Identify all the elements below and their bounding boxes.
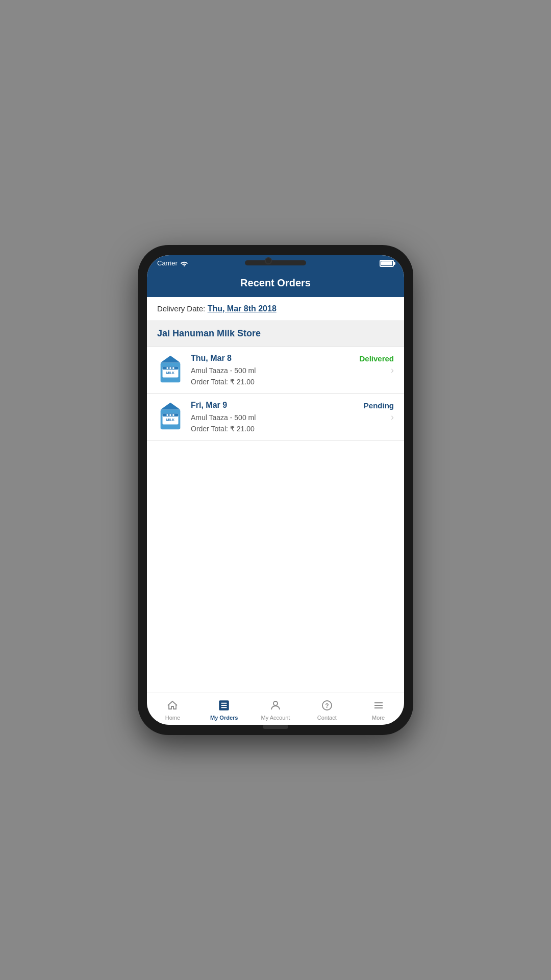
order-total: Order Total: ₹ 21.00 xyxy=(191,378,394,386)
delivery-date-bar: Delivery Date: Thu, Mar 8th 2018 xyxy=(147,297,404,321)
battery-icon xyxy=(380,260,394,267)
account-icon xyxy=(268,698,283,713)
svg-point-6 xyxy=(166,367,168,369)
order-header-row: Thu, Mar 8 Delivered xyxy=(191,354,394,363)
milk-carton-icon: MILK xyxy=(157,354,184,384)
svg-marker-10 xyxy=(161,403,181,410)
delivery-date-value[interactable]: Thu, Mar 8th 2018 xyxy=(208,304,277,313)
nav-item-my-orders[interactable]: My Orders xyxy=(198,693,250,725)
chevron-right-icon: › xyxy=(391,365,394,376)
nav-label-contact: Contact xyxy=(317,715,337,721)
nav-label-my-orders: My Orders xyxy=(210,715,238,721)
phone-home-button[interactable] xyxy=(263,725,288,729)
phone-screen: Carrier 9:13 PM Recent Orders Delivery D… xyxy=(147,255,404,725)
orders-icon xyxy=(217,698,231,713)
phone-speaker xyxy=(245,260,306,265)
carrier-info: Carrier xyxy=(157,259,188,267)
home-icon xyxy=(165,698,180,713)
nav-item-my-account[interactable]: My Account xyxy=(250,693,302,725)
svg-point-0 xyxy=(184,265,185,266)
order-product-row[interactable]: Amul Taaza - 500 ml › xyxy=(191,412,394,423)
svg-point-8 xyxy=(172,367,174,369)
nav-label-my-account: My Account xyxy=(261,715,290,721)
svg-marker-2 xyxy=(161,356,181,363)
page-title: Recent Orders xyxy=(240,277,311,288)
wifi-icon xyxy=(180,260,188,266)
svg-text:?: ? xyxy=(325,702,329,709)
contact-icon: ? xyxy=(320,698,334,713)
bottom-nav: Home My Orders xyxy=(147,693,404,725)
order-status-pending: Pending xyxy=(364,401,394,410)
svg-point-16 xyxy=(172,414,174,416)
nav-label-home: Home xyxy=(165,715,180,721)
phone-camera xyxy=(265,257,272,264)
chevron-right-icon: › xyxy=(391,412,394,423)
order-header-row: Fri, Mar 9 Pending xyxy=(191,401,394,410)
nav-item-contact[interactable]: ? Contact xyxy=(301,693,353,725)
order-total: Order Total: ₹ 21.00 xyxy=(191,425,394,433)
more-icon xyxy=(371,698,386,713)
nav-item-more[interactable]: More xyxy=(353,693,404,725)
nav-item-home[interactable]: Home xyxy=(147,693,198,725)
phone-frame: Carrier 9:13 PM Recent Orders Delivery D… xyxy=(138,245,413,735)
svg-point-15 xyxy=(169,414,171,416)
carrier-label: Carrier xyxy=(157,259,178,267)
order-details: Fri, Mar 9 Pending Amul Taaza - 500 ml ›… xyxy=(191,401,394,433)
main-content: Delivery Date: Thu, Mar 8th 2018 Jai Han… xyxy=(147,297,404,693)
order-item[interactable]: MILK Fri, Mar 9 Pending Amul Taaza - 500… xyxy=(147,394,404,440)
svg-point-21 xyxy=(273,701,278,705)
store-name-bar: Jai Hanuman Milk Store xyxy=(147,321,404,347)
order-date: Thu, Mar 8 xyxy=(191,354,232,363)
svg-text:MILK: MILK xyxy=(166,418,175,422)
svg-point-7 xyxy=(169,367,171,369)
order-product-name: Amul Taaza - 500 ml xyxy=(191,366,256,375)
app-header: Recent Orders xyxy=(147,271,404,297)
order-product-name: Amul Taaza - 500 ml xyxy=(191,413,256,422)
delivery-date-label: Delivery Date: xyxy=(157,304,205,313)
order-date: Fri, Mar 9 xyxy=(191,401,227,410)
svg-text:MILK: MILK xyxy=(166,371,175,375)
order-item[interactable]: MILK Thu, Mar 8 Delivered Amul Taaza - 5… xyxy=(147,347,404,394)
nav-label-more: More xyxy=(372,715,385,721)
milk-carton-icon: MILK xyxy=(157,401,184,431)
svg-point-14 xyxy=(166,414,168,416)
order-details: Thu, Mar 8 Delivered Amul Taaza - 500 ml… xyxy=(191,354,394,386)
order-status-delivered: Delivered xyxy=(359,354,394,363)
store-name: Jai Hanuman Milk Store xyxy=(157,328,261,338)
order-product-row[interactable]: Amul Taaza - 500 ml › xyxy=(191,365,394,376)
